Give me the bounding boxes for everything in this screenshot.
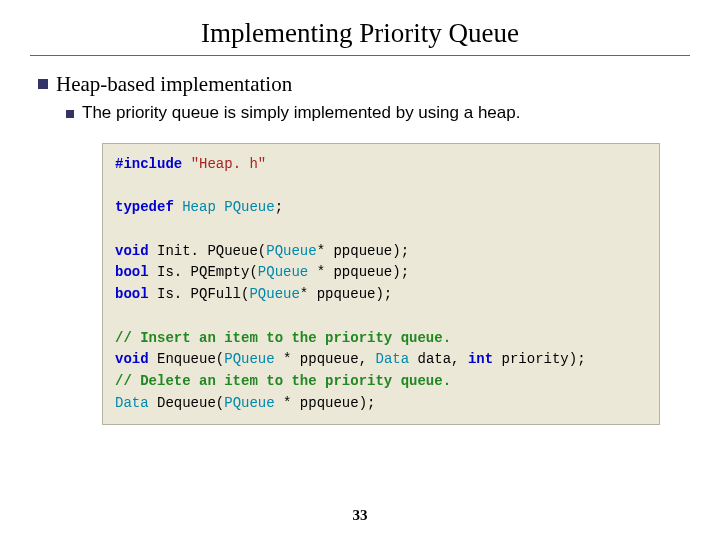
comment: // Delete an item to the priority queue. [115, 373, 451, 389]
code-text: * ppqueue); [300, 286, 392, 302]
bullet-level2: The priority queue is simply implemented… [66, 103, 690, 123]
code-text: Is. PQEmpty( [149, 264, 258, 280]
bullet2-text: The priority queue is simply implemented… [82, 103, 520, 123]
keyword: bool [115, 264, 149, 280]
code-text: Dequeue( [149, 395, 225, 411]
type: Data [115, 395, 149, 411]
code-text: * ppqueue); [308, 264, 409, 280]
code-text: Enqueue( [149, 351, 225, 367]
type: PQueue [224, 395, 274, 411]
code-text: * ppqueue); [275, 395, 376, 411]
code-text: Is. PQFull( [149, 286, 250, 302]
code-text: * ppqueue); [317, 243, 409, 259]
code-text: * ppqueue, [275, 351, 376, 367]
keyword: typedef [115, 199, 174, 215]
square-bullet-icon [38, 79, 48, 89]
type: PQueue [224, 199, 274, 215]
keyword: int [468, 351, 493, 367]
type: PQueue [266, 243, 316, 259]
page-number: 33 [0, 507, 720, 524]
bullet-level1: Heap-based implementation [38, 72, 690, 97]
bullet1-text: Heap-based implementation [56, 72, 292, 97]
string: "Heap. h" [191, 156, 267, 172]
keyword: #include [115, 156, 182, 172]
square-bullet-icon [66, 110, 74, 118]
type: Heap [182, 199, 216, 215]
type: PQueue [258, 264, 308, 280]
slide-title: Implementing Priority Queue [30, 18, 690, 56]
slide: Implementing Priority Queue Heap-based i… [0, 0, 720, 540]
code-block: #include "Heap. h" typedef Heap PQueue; … [102, 143, 660, 425]
type: PQueue [224, 351, 274, 367]
type: Data [375, 351, 409, 367]
code-text: data, [409, 351, 468, 367]
comment: // Insert an item to the priority queue. [115, 330, 451, 346]
keyword: bool [115, 286, 149, 302]
keyword: void [115, 243, 149, 259]
type: PQueue [249, 286, 299, 302]
code-text: priority); [493, 351, 585, 367]
code-text: ; [275, 199, 283, 215]
keyword: void [115, 351, 149, 367]
code-text: Init. PQueue( [149, 243, 267, 259]
